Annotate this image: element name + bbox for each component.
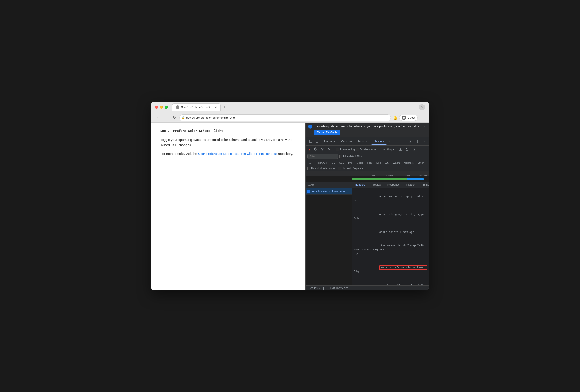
filter-type-fetch-xhr[interactable]: Fetch/XHR <box>314 161 330 165</box>
tab-close-button[interactable]: × <box>215 105 217 109</box>
browser-window: Sec-CH-Prefers-Color-Schem... × + ⊙ ← → … <box>151 101 429 291</box>
status-bar: 1 requests | 1.1 kB transferred <box>306 286 429 291</box>
blocked-requests-checkbox[interactable] <box>338 167 341 170</box>
disable-cache-checkbox-wrap[interactable]: Disable cache <box>356 148 376 151</box>
filter-type-media[interactable]: Media <box>355 161 365 165</box>
search-button[interactable] <box>327 147 332 152</box>
banner-close-button[interactable]: × <box>423 124 426 129</box>
devtools-kebab-menu[interactable]: ⋮ <box>414 138 421 145</box>
browser-tab[interactable]: Sec-CH-Prefers-Color-Schem... × <box>172 103 221 111</box>
tab-response[interactable]: Response <box>384 182 403 188</box>
tab-timing[interactable]: Timing <box>418 182 429 188</box>
record-icon: ● <box>309 148 310 151</box>
hide-data-urls-checkbox[interactable] <box>339 155 342 158</box>
window-zoom-button[interactable]: ⊙ <box>419 104 425 110</box>
timeline-marker-50ms: 50 ms <box>369 175 375 177</box>
preserve-log-checkbox-wrap[interactable]: Preserve log <box>336 148 355 151</box>
header-if-none-match: if-none-match: W/"3b4-puYz4Q5/GV7nZfWtr/… <box>354 239 426 261</box>
has-blocked-cookies-checkbox[interactable] <box>307 167 310 170</box>
import-button[interactable] <box>398 147 403 152</box>
filter-button[interactable] <box>320 147 326 152</box>
status-requests: 1 requests <box>307 287 320 290</box>
filter-bar: Hide data URLs <box>306 153 429 160</box>
page-link[interactable]: User Preference Media Features Client Hi… <box>198 152 277 156</box>
has-blocked-cookies-label[interactable]: Has blocked cookies <box>307 167 335 170</box>
highlighted-header-value: sec-ch-prefers-color-scheme: light <box>354 265 427 274</box>
devtools-body: 50 ms 100 ms 150 ms 200 ms <box>306 171 429 286</box>
window-controls-right: ⊙ <box>419 104 425 110</box>
filter-type-css[interactable]: CSS <box>337 161 346 165</box>
request-list-panel: Name sec-ch-prefers-color-scheme.... <box>306 182 352 286</box>
tab-elements[interactable]: Elements <box>321 138 338 144</box>
filter-input[interactable] <box>307 154 338 159</box>
devtools-settings-button[interactable]: ⚙ <box>407 138 413 145</box>
svg-line-7 <box>315 148 317 150</box>
svg-rect-2 <box>309 140 312 142</box>
devtools-close-button[interactable]: × <box>422 138 427 145</box>
clear-button[interactable] <box>313 147 319 152</box>
export-icon <box>406 148 409 151</box>
minimize-window-button[interactable] <box>160 106 163 109</box>
svg-line-10 <box>330 149 331 150</box>
waterfall-blue-bar <box>407 179 424 180</box>
new-tab-button[interactable]: + <box>222 104 227 110</box>
filter-type-js[interactable]: JS <box>330 161 337 165</box>
forward-button[interactable]: → <box>163 115 169 121</box>
filter-type-manifest[interactable]: Manifest <box>402 161 415 165</box>
svg-point-0 <box>403 117 405 118</box>
browser-menu-button[interactable]: ⋮ <box>419 114 425 121</box>
name-column-header: Name <box>306 182 352 188</box>
svg-point-1 <box>403 118 405 119</box>
filter-type-doc[interactable]: Doc <box>375 161 383 165</box>
tab-initiator[interactable]: Initiator <box>403 182 418 188</box>
timeline-name-spacer <box>306 176 352 182</box>
devtools-cursor-tool[interactable] <box>307 138 314 145</box>
main-content: Sec-CH-Prefers-Color-Scheme: light Toggl… <box>151 123 429 291</box>
filter-type-all[interactable]: All <box>307 161 314 165</box>
blocked-requests-label[interactable]: Blocked Requests <box>338 167 363 170</box>
tab-sources[interactable]: Sources <box>355 138 371 144</box>
kebab-icon: ⋮ <box>416 140 419 143</box>
filter-type-font[interactable]: Font <box>366 161 374 165</box>
request-row[interactable]: sec-ch-prefers-color-scheme.... <box>306 188 352 195</box>
maximize-window-button[interactable] <box>165 106 168 109</box>
address-bar: ← → ↻ 🔒 sec-ch-prefers-color-scheme.glit… <box>151 113 429 123</box>
devtools-panel: i The system-preferred color scheme has … <box>305 123 429 291</box>
export-button[interactable] <box>405 147 410 152</box>
network-settings-button[interactable]: ⚙ <box>411 147 417 152</box>
filter-icon <box>321 148 324 151</box>
filter-type-ws[interactable]: WS <box>383 161 391 165</box>
tab-title: Sec-CH-Prefers-Color-Schem... <box>181 106 212 109</box>
forward-icon: → <box>165 116 168 119</box>
settings-icon: ⚙ <box>409 140 411 143</box>
page-code-header: Sec-CH-Prefers-Color-Scheme: light <box>160 129 296 133</box>
tab-headers[interactable]: Headers <box>352 182 368 188</box>
address-input[interactable]: sec-ch-prefers-color-scheme.glitch.me <box>179 114 391 121</box>
record-button[interactable]: ● <box>307 147 311 152</box>
throttle-label: No throttling <box>378 148 392 151</box>
tab-preview[interactable]: Preview <box>368 182 384 188</box>
close-window-button[interactable] <box>155 106 158 109</box>
headers-tabs: Headers Preview Response Initiator Timin… <box>352 182 429 188</box>
filter-types-bar: All Fetch/XHR JS CSS Img Media Font Doc … <box>306 160 429 166</box>
hide-data-urls-label[interactable]: Hide data URLs <box>339 155 362 158</box>
throttle-control[interactable]: No throttling ▾ <box>378 148 394 151</box>
request-name: sec-ch-prefers-color-scheme.... <box>306 190 352 193</box>
tab-console[interactable]: Console <box>339 138 354 144</box>
tab-network[interactable]: Network <box>371 138 387 145</box>
refresh-button[interactable]: ↻ <box>172 115 177 121</box>
reload-devtools-button[interactable]: Reload DevTools <box>314 130 340 135</box>
extension-icon[interactable]: 🔔 <box>393 115 398 120</box>
header-accept-language: accept-language: en-US,en;q=0.9 <box>354 208 426 226</box>
timeline-track <box>352 176 429 182</box>
filter-type-other[interactable]: Other <box>416 161 426 165</box>
disable-cache-checkbox[interactable] <box>356 148 359 151</box>
back-button[interactable]: ← <box>155 115 161 121</box>
filter-type-img[interactable]: Img <box>346 161 354 165</box>
filter-type-wasm[interactable]: Wasm <box>391 161 402 165</box>
devtools-device-tool[interactable] <box>314 138 320 145</box>
preserve-log-checkbox[interactable] <box>336 148 339 151</box>
devtools-more-tabs[interactable]: » <box>387 138 392 145</box>
page-description-1: Toggle your operating system's preferred… <box>160 137 296 148</box>
profile-button[interactable]: Guest <box>399 115 418 121</box>
